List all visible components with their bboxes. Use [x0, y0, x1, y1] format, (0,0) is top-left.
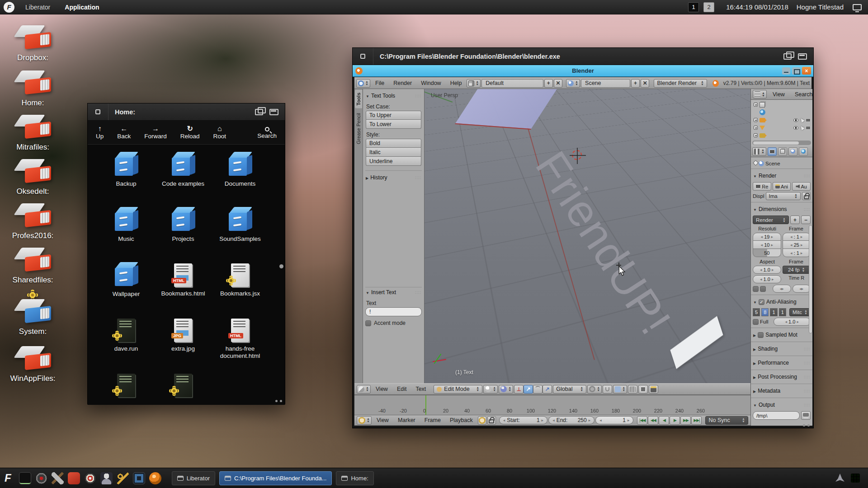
resolution-x-field[interactable]: ◂19▸	[753, 233, 781, 241]
outliner-row-world[interactable]	[754, 108, 811, 116]
duplicate-window-icon[interactable]	[255, 109, 263, 115]
file-item[interactable]: Wallpaper	[98, 262, 155, 317]
play-button[interactable]: ▶	[670, 416, 680, 425]
viewport-shading-dropdown[interactable]: ▲▼	[483, 385, 498, 394]
time-remap-new-field[interactable]: ◂▸	[793, 285, 811, 293]
underline-button[interactable]: Underline	[366, 157, 421, 166]
outliner-row-camera[interactable]	[754, 116, 811, 124]
close-button[interactable]: ×	[802, 67, 811, 75]
shading-panel-header[interactable]: Shading::::	[753, 344, 811, 354]
lock-time-button[interactable]	[487, 416, 496, 425]
workspace-2-button[interactable]: 2	[703, 2, 714, 12]
menu-application[interactable]: Application	[57, 4, 107, 11]
cursor-3d-icon[interactable]	[572, 150, 582, 160]
filter-size-field[interactable]: ◂1.0▸	[774, 318, 811, 326]
desktop-icon-system[interactable]: System:	[0, 298, 66, 336]
insert-text-panel-header[interactable]: Insert Text::::	[365, 287, 422, 297]
file-item[interactable]: SoundSamples	[212, 207, 269, 262]
outliner-tree[interactable]	[751, 100, 812, 140]
menu-window[interactable]: Window	[417, 80, 445, 86]
editor-type-button[interactable]: ▲▼	[356, 79, 370, 88]
timeline-ruler[interactable]: -40 -20 0 20 40 60 80 100 120 140 160 18…	[354, 395, 750, 415]
editor-type-button[interactable]: ▲▼	[753, 90, 767, 99]
jump-to-end-button[interactable]: ▶▶|	[691, 416, 702, 425]
file-item[interactable]: HTML Bookmarks.html	[155, 262, 212, 317]
window-titlebar[interactable]: Home:	[88, 103, 285, 121]
previous-keyframe-button[interactable]: ◀◀	[648, 416, 658, 425]
border-checkbox[interactable]	[753, 286, 759, 292]
aa-samples-5-button[interactable]: 5	[753, 308, 760, 316]
maximize-button[interactable]	[792, 67, 800, 75]
sampled-motion-checkbox[interactable]	[758, 332, 764, 338]
window-resize-grip[interactable]	[275, 400, 282, 402]
frame-start-field[interactable]: ◂Start:1▸	[499, 416, 547, 424]
renderable-camera-icon[interactable]	[806, 126, 811, 130]
panel-grip-icon[interactable]: ::::	[415, 94, 421, 98]
snap-magnet-button[interactable]	[603, 385, 612, 394]
tab-grease-pencil[interactable]: Grease Pencil	[355, 110, 362, 147]
current-frame-field[interactable]: ◂1▸	[595, 416, 633, 424]
menu-frame[interactable]: Frame	[420, 417, 445, 423]
outliner-row-scene[interactable]	[754, 101, 811, 108]
panel-grip-icon[interactable]: ::::	[804, 347, 810, 351]
play-reverse-button[interactable]: ◀	[659, 416, 669, 425]
visibility-eye-icon[interactable]	[793, 126, 798, 130]
full-sample-checkbox[interactable]	[753, 319, 759, 325]
security-key-icon[interactable]	[117, 472, 129, 484]
menu-view[interactable]: View	[372, 386, 392, 392]
red-app-icon[interactable]	[68, 472, 80, 484]
file-item[interactable]: Code examples	[155, 152, 212, 207]
render-opengl-anim-button[interactable]	[649, 385, 658, 394]
pin-icon[interactable]	[753, 160, 757, 167]
panel-grip-icon[interactable]: ::::	[804, 403, 810, 407]
render-preset-dropdown[interactable]: Render▲▼	[753, 216, 789, 224]
expand-plus-icon[interactable]	[754, 103, 758, 107]
text-input[interactable]	[365, 307, 422, 316]
stepper-left-icon[interactable]: ◂	[503, 418, 505, 422]
outliner-hscrollbar[interactable]	[752, 141, 811, 145]
metadata-panel-header[interactable]: Metadata::::	[753, 386, 811, 396]
fps-dropdown[interactable]: 24 fp▲▼	[783, 266, 811, 274]
task-button-home[interactable]: Home:	[336, 471, 373, 485]
frame-step-field[interactable]: ◂: 1▸	[783, 249, 811, 257]
bold-button[interactable]: Bold	[366, 139, 421, 148]
expand-plus-icon[interactable]	[754, 126, 758, 130]
visibility-eye-icon[interactable]	[793, 118, 798, 122]
menu-text[interactable]: Text	[411, 386, 430, 392]
next-keyframe-button[interactable]: ▶▶	[680, 416, 691, 425]
duplicate-window-icon[interactable]	[783, 53, 792, 60]
panel-grip-icon[interactable]: ::::	[804, 361, 810, 365]
expand-plus-icon[interactable]	[754, 133, 758, 137]
scene-field[interactable]: Scene	[581, 79, 630, 88]
anti-aliasing-checkbox[interactable]: ✓	[759, 299, 764, 305]
contacts-user-icon[interactable]	[100, 472, 113, 484]
dartboard-icon[interactable]	[84, 472, 96, 484]
crop-checkbox[interactable]	[760, 286, 766, 292]
desktop-icon-sharedfiles[interactable]: Sharedfiles:	[0, 247, 66, 285]
proportional-edit-dropdown[interactable]: ▲▼	[587, 385, 602, 394]
aspect-y-field[interactable]: ◂1.0▸	[753, 275, 781, 283]
display-icon[interactable]	[853, 4, 862, 10]
menu-view[interactable]: View	[373, 417, 393, 423]
file-item[interactable]: Backup	[98, 152, 155, 207]
snap-target-button[interactable]	[628, 385, 637, 394]
menu-view[interactable]: View	[769, 91, 789, 98]
reload-button[interactable]: ↻Reload	[180, 125, 200, 140]
sampled-motion-blur-panel-header[interactable]: Sampled Mot	[753, 330, 811, 340]
frame-end-field[interactable]: ◂25▸	[783, 241, 811, 249]
window-titlebar[interactable]: C:\Program Files\Blender Foundation\Blen…	[353, 48, 813, 65]
performance-panel-header[interactable]: Performance::::	[753, 358, 811, 368]
remove-preset-button[interactable]: −	[801, 216, 811, 224]
friend-logo-icon[interactable]: F	[4, 2, 14, 13]
animation-button[interactable]: Ani	[773, 182, 791, 191]
file-item[interactable]: Music	[98, 207, 155, 262]
add-preset-button[interactable]: +	[790, 216, 800, 224]
screen-layout-icon-button[interactable]: ▲▼	[467, 79, 481, 88]
window-menu-button[interactable]	[353, 48, 373, 65]
aa-samples-8-button[interactable]: 8	[761, 308, 769, 316]
to-upper-button[interactable]: To Upper	[366, 111, 421, 120]
minimize-button[interactable]	[782, 67, 790, 75]
panel-grip-icon[interactable]: ::::	[415, 175, 421, 180]
output-panel-header[interactable]: Output::::	[753, 400, 811, 410]
delete-layout-button[interactable]: ✕	[554, 79, 562, 88]
